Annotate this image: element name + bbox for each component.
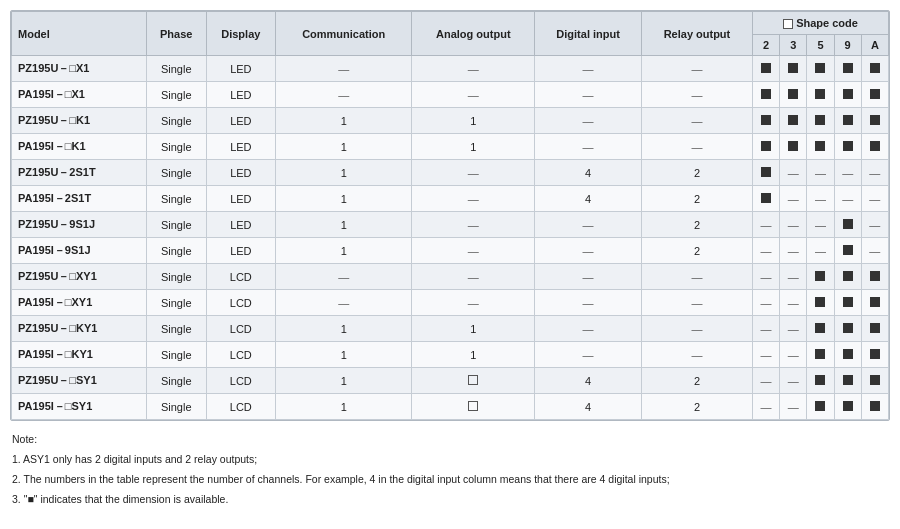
table-row: PZ195U－□K1SingleLED11—— (12, 108, 889, 134)
dash-symbol: — (583, 271, 594, 283)
analog-cell: — (412, 212, 535, 238)
table-row: PA195I－□K1SingleLED11—— (12, 134, 889, 160)
dash-symbol: — (338, 271, 349, 283)
s2-cell: — (753, 342, 780, 368)
dash-symbol: — (788, 193, 799, 205)
s9-cell (834, 238, 861, 264)
s3-cell (780, 108, 807, 134)
model-cell: PZ195U－□SY1 (12, 368, 147, 394)
display-cell: LCD (206, 316, 276, 342)
analog-cell: — (412, 56, 535, 82)
black-square-icon (815, 375, 825, 385)
s2-cell (753, 56, 780, 82)
display-cell: LED (206, 160, 276, 186)
note-title: Note: (12, 431, 890, 449)
dash-symbol: — (788, 323, 799, 335)
phase-cell: Single (146, 368, 206, 394)
model-cell: PZ195U－□KY1 (12, 316, 147, 342)
table-row: PA195I－□KY1SingleLCD11———— (12, 342, 889, 368)
dash-symbol: — (691, 63, 702, 75)
relay-cell: — (641, 316, 752, 342)
black-square-icon (870, 63, 880, 73)
dash-symbol: — (815, 219, 826, 231)
s5-cell: — (807, 238, 834, 264)
s2-cell: — (753, 238, 780, 264)
product-table: Model Phase Display Communication Analog… (11, 11, 889, 420)
sA-cell (861, 342, 888, 368)
s5-cell (807, 290, 834, 316)
digital-cell: 4 (535, 394, 642, 420)
digital-cell: — (535, 134, 642, 160)
dash-symbol: — (788, 375, 799, 387)
digital-cell: — (535, 342, 642, 368)
s2-cell (753, 108, 780, 134)
s2-cell (753, 160, 780, 186)
s3-cell: — (780, 342, 807, 368)
digital-cell: — (535, 212, 642, 238)
display-cell: LED (206, 212, 276, 238)
s5-cell (807, 82, 834, 108)
phase-header: Phase (146, 12, 206, 56)
comm-cell: — (276, 82, 412, 108)
dash-symbol: — (788, 167, 799, 179)
dash-symbol: — (583, 219, 594, 231)
black-square-icon (761, 89, 771, 99)
table-row: PZ195U－2S1TSingleLED1—42———— (12, 160, 889, 186)
empty-square-icon (468, 375, 478, 385)
relay-cell: 2 (641, 186, 752, 212)
black-square-icon (815, 401, 825, 411)
comm-cell: 1 (276, 316, 412, 342)
phase-cell: Single (146, 342, 206, 368)
black-square-icon (761, 193, 771, 203)
dash-symbol: — (842, 193, 853, 205)
s5-cell (807, 394, 834, 420)
dash-symbol: — (761, 349, 772, 361)
dash-symbol: — (691, 323, 702, 335)
shape-col-3: 3 (780, 35, 807, 56)
analog-cell: — (412, 82, 535, 108)
display-cell: LCD (206, 290, 276, 316)
dash-symbol: — (691, 297, 702, 309)
phase-cell: Single (146, 212, 206, 238)
s5-cell (807, 108, 834, 134)
main-table-wrapper: Model Phase Display Communication Analog… (10, 10, 890, 421)
display-cell: LED (206, 186, 276, 212)
comm-cell: — (276, 290, 412, 316)
black-square-icon (843, 297, 853, 307)
model-cell: PZ195U－9S1J (12, 212, 147, 238)
dash-symbol: — (869, 193, 880, 205)
analog-cell (412, 394, 535, 420)
dash-symbol: — (869, 245, 880, 257)
digital-cell: 4 (535, 368, 642, 394)
model-cell: PA195I－9S1J (12, 238, 147, 264)
s2-cell: — (753, 212, 780, 238)
s2-cell: — (753, 368, 780, 394)
note-3: 3. "■" indicates that the dimension is a… (12, 491, 890, 509)
sA-cell (861, 290, 888, 316)
analog-output-header: Analog output (412, 12, 535, 56)
black-square-icon (815, 141, 825, 151)
black-square-icon (815, 271, 825, 281)
comm-cell: 1 (276, 160, 412, 186)
dash-symbol: — (691, 115, 702, 127)
dash-symbol: — (468, 167, 479, 179)
table-row: PA195I－□XY1SingleLCD—————— (12, 290, 889, 316)
display-header: Display (206, 12, 276, 56)
relay-cell: — (641, 264, 752, 290)
analog-cell: — (412, 186, 535, 212)
black-square-icon (870, 349, 880, 359)
dash-symbol: — (468, 89, 479, 101)
model-cell: PA195I－□X1 (12, 82, 147, 108)
black-square-icon (843, 219, 853, 229)
s9-cell (834, 56, 861, 82)
s9-cell: — (834, 160, 861, 186)
black-square-icon (870, 401, 880, 411)
display-cell: LCD (206, 342, 276, 368)
display-cell: LED (206, 108, 276, 134)
shape-col-2: 2 (753, 35, 780, 56)
display-cell: LCD (206, 264, 276, 290)
phase-cell: Single (146, 238, 206, 264)
black-square-icon (843, 89, 853, 99)
s9-cell (834, 342, 861, 368)
digital-input-header: Digital input (535, 12, 642, 56)
